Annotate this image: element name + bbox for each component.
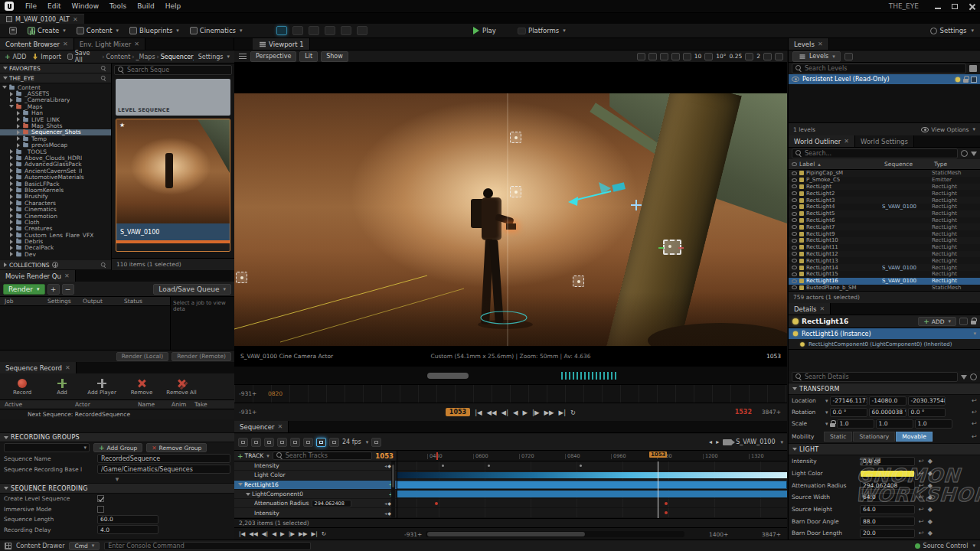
previous-shot-icon[interactable]: ◂ [709, 439, 712, 445]
transport-button[interactable]: ↻ [570, 409, 576, 416]
folder-tree-item[interactable]: Content [0, 84, 111, 90]
expand-arrow-icon[interactable] [10, 201, 13, 205]
add-track-button[interactable]: +TRACK▾ [237, 452, 270, 460]
recorder-action-button[interactable]: Add Player [84, 378, 119, 396]
value-field[interactable]: 4.0 [97, 525, 158, 534]
recording-base-input[interactable] [101, 466, 227, 473]
outliner-row[interactable]: RectLight10 RectLight [789, 237, 980, 244]
expand-arrow-icon[interactable] [17, 124, 20, 129]
folder-tree-item[interactable]: Cloth [0, 219, 111, 225]
expand-arrow-icon[interactable] [10, 194, 13, 199]
expand-arrow-icon[interactable] [17, 130, 20, 135]
play-button[interactable]: Play [473, 27, 496, 34]
outliner-row[interactable]: BustedPlane_b_SM StaticMesh [789, 285, 980, 291]
current-frame-field[interactable]: 1053 [446, 408, 470, 416]
folder-tree-item[interactable]: Sequencer_Shots [0, 129, 111, 135]
lighting-icon[interactable] [956, 77, 960, 81]
transport-button[interactable]: ◀| [262, 530, 268, 537]
outliner-row[interactable]: RectLight11 RectLight [789, 244, 980, 251]
rotation-snap-value[interactable]: 10° [716, 53, 726, 60]
transport-button[interactable]: |▶ [532, 409, 539, 416]
expand-more-icon[interactable]: ▾ [0, 474, 234, 483]
recording-groups-header[interactable]: RECORDING GROUPS [0, 432, 234, 442]
group-dropdown[interactable]: ▾ [4, 443, 90, 452]
track-search-field[interactable] [273, 452, 373, 460]
expand-arrow-icon[interactable] [10, 240, 13, 244]
playback-options-icon[interactable] [329, 438, 339, 447]
find-in-content-browser-icon[interactable] [251, 438, 261, 447]
column-header[interactable]: Job [5, 298, 47, 305]
search-icon[interactable] [101, 75, 106, 80]
menu-item[interactable]: Help [160, 2, 187, 10]
add-component-button[interactable]: +ADD▾ [918, 317, 956, 326]
recorder-action-button[interactable]: Remove All [164, 378, 199, 396]
asset-search-field[interactable] [114, 65, 232, 75]
save-all-button[interactable]: Save All [66, 49, 96, 64]
mesh-paint-mode-icon[interactable] [325, 26, 335, 35]
console-command-field[interactable] [104, 542, 311, 550]
expand-arrow-icon[interactable] [17, 143, 20, 148]
component-row[interactable]: RectLightComponent0 (LightComponent0) (I… [789, 339, 980, 350]
save-sequence-icon[interactable] [238, 438, 248, 447]
save-button[interactable] [5, 25, 21, 36]
property-value-field[interactable]: 88.0 [860, 517, 915, 526]
sequencer-track-row[interactable]: Light Color ◂◆▸ + [234, 471, 397, 480]
track-timeline-area[interactable] [397, 461, 787, 518]
tab-levels[interactable]: Levels✕ [789, 38, 829, 50]
expand-arrow-icon[interactable] [10, 246, 13, 250]
folder-tree-item[interactable]: DecalPack [0, 245, 111, 251]
y-value-field[interactable]: 60.000038 ° [869, 408, 906, 417]
outliner-row[interactable]: RectLight RectLight [789, 184, 980, 191]
expand-arrow-icon[interactable] [3, 77, 8, 80]
property-value-field[interactable]: 20.0 [860, 529, 915, 538]
expand-arrow-icon[interactable] [9, 105, 14, 108]
folder-tree-item[interactable]: Cinemotion [0, 213, 111, 219]
transport-button[interactable]: ◀◀ [249, 530, 258, 537]
outliner-row[interactable]: RectLight16 S_VAW_0100 RectLight [789, 278, 980, 285]
transport-button[interactable]: ▶| [559, 409, 566, 416]
transport-button[interactable]: ▶ [280, 530, 285, 537]
column-header[interactable]: Take [194, 401, 207, 408]
transport-button[interactable]: |▶ [289, 530, 295, 537]
scale-lock-icon[interactable] [830, 423, 835, 427]
column-header[interactable]: Anim [172, 401, 194, 408]
folder-tree-item[interactable]: _ASSETS [0, 90, 111, 96]
folder-tree-item[interactable]: Creatures [0, 226, 111, 232]
folder-tree-item[interactable]: previsMocap [0, 142, 111, 148]
tab-env-light-mixer[interactable]: Env. Light Mixer✕ [74, 38, 145, 50]
show-button[interactable]: Show [321, 51, 348, 62]
add-group-button[interactable]: +Add Group [93, 443, 142, 452]
next-sequence-row[interactable]: Next Sequence: RecordedSequence [0, 409, 234, 419]
timeline-scrub-bar[interactable]: -931+ 0820 [234, 384, 787, 403]
folder-tree-item[interactable]: Temp [0, 135, 111, 142]
expand-arrow-icon[interactable] [10, 149, 13, 154]
visibility-eye-icon[interactable] [792, 178, 797, 182]
edit-options-icon[interactable] [290, 438, 300, 447]
transport-button[interactable]: ↻ [322, 530, 326, 537]
track-list-scrollbar[interactable] [391, 461, 395, 518]
filter-icon[interactable] [961, 375, 967, 380]
selected-light-sprite-icon[interactable] [663, 240, 681, 255]
expand-arrow-icon[interactable] [4, 262, 7, 267]
cinematics-button[interactable]: Cinematics▾ [185, 25, 247, 36]
outliner-row[interactable]: RectLight12 RectLight [789, 251, 980, 258]
camera-speed-value[interactable]: 2 [756, 53, 760, 60]
render-movie-icon[interactable] [277, 438, 287, 447]
blueprints-button[interactable]: Blueprints▾ [125, 25, 184, 36]
z-value-field[interactable]: 0.0 ° [908, 408, 946, 417]
visibility-eye-icon[interactable] [792, 285, 797, 289]
property-value-field[interactable]: 294.062408 [860, 481, 915, 490]
axis-dropdown-icon[interactable]: ▾ [825, 409, 828, 416]
sequencer-track-timeline[interactable] [397, 471, 787, 480]
close-tab-icon[interactable]: ✕ [818, 41, 823, 47]
folder-tree-item[interactable]: Dev [0, 251, 111, 257]
load-save-queue-button[interactable]: Load/Save Queue▾ [153, 284, 231, 295]
outliner-row[interactable]: RectLight13 RectLight [789, 257, 980, 264]
perspective-button[interactable]: Perspective [250, 51, 296, 62]
expand-arrow-icon[interactable] [10, 155, 13, 160]
tab-world-outliner[interactable]: World Outliner✕ [789, 135, 855, 147]
column-header[interactable]: Name [138, 401, 172, 408]
maximize-viewport-icon[interactable] [775, 53, 783, 60]
outliner-row[interactable]: RectLight5 RectLight [789, 210, 980, 217]
tab-movie-render-queue[interactable]: Movie Render Qu✕ [0, 270, 76, 282]
